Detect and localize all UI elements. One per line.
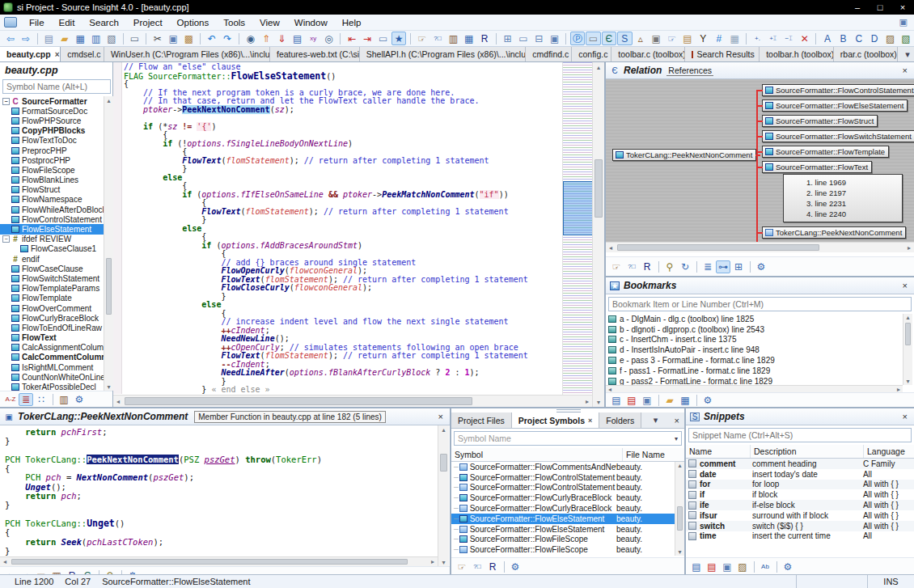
settings-gear-icon[interactable]: ⚙: [508, 561, 523, 573]
delete-bookmark-icon[interactable]: ▤: [624, 394, 639, 407]
add-bookmark-icon[interactable]: ▤: [609, 394, 624, 407]
symbol-browser-icon[interactable]: ☞: [609, 260, 624, 273]
replace-files-icon[interactable]: ⇓: [274, 32, 289, 45]
bookmarks-close-icon[interactable]: ×: [900, 281, 910, 290]
clip-window-icon[interactable]: ☞: [664, 32, 679, 45]
tab-overflow-icon[interactable]: ▾: [901, 47, 914, 61]
table-row[interactable]: ─SourceFormatter::FlowControlStatementbe…: [451, 483, 675, 493]
back-icon[interactable]: ⇦: [3, 32, 18, 45]
file-tab[interactable]: beauty.cpp×: [0, 47, 61, 61]
symbol-column-header[interactable]: Symbol: [451, 448, 623, 461]
relation-node[interactable]: SourceFormatter::FlowStruct: [762, 115, 878, 127]
snippet-filter-input[interactable]: [688, 428, 912, 442]
context-code-area[interactable]: return pchFirst;} PCH TokerCLang::PeekNe…: [5, 428, 429, 556]
symbol-tree-item[interactable]: FlowFileScope: [0, 165, 104, 175]
symbol-list-icon[interactable]: #: [712, 32, 726, 45]
symbol-tree-item[interactable]: CopyPHPBlocks: [0, 126, 104, 136]
menu-item[interactable]: Help: [335, 15, 369, 30]
tab-close-icon[interactable]: ×: [588, 417, 592, 425]
relation-mode-tab[interactable]: References: [666, 66, 713, 76]
style-c-icon[interactable]: C: [852, 32, 866, 45]
context-help-icon[interactable]: ?□: [624, 260, 639, 273]
insert-mode-indicator[interactable]: INS: [867, 575, 914, 588]
toolbar-options-icon[interactable]: ▣: [899, 17, 908, 27]
tile-windows-icon[interactable]: ⊞: [500, 32, 514, 45]
menu-item[interactable]: File: [22, 15, 52, 30]
style-b-icon[interactable]: B: [836, 32, 850, 45]
draft-view-icon[interactable]: ▭: [586, 32, 600, 45]
menu-item[interactable]: Tools: [216, 15, 252, 30]
project-tab[interactable]: Project Files: [451, 412, 512, 428]
file-tab[interactable]: toolbar.c (toolbox): [611, 47, 685, 61]
clipboard-icon[interactable]: ▤: [680, 32, 695, 45]
maximize-button[interactable]: □: [869, 0, 891, 15]
symbol-tree-item[interactable]: FlowTextToDoc: [0, 136, 104, 146]
style-a-icon[interactable]: A: [820, 32, 835, 45]
forward-icon[interactable]: ⇨: [19, 32, 33, 45]
minimize-button[interactable]: –: [846, 0, 869, 15]
bookmarks-hscrollbar[interactable]: ◂▸: [606, 385, 903, 392]
untabify-icon[interactable]: ✕: [797, 32, 811, 45]
relation-reference[interactable]: 2. line 2197: [806, 188, 902, 198]
snippet-properties-icon[interactable]: ▨: [735, 561, 750, 573]
symbol-tree-item[interactable]: IsRightMLComment: [0, 362, 104, 372]
bookmark-item[interactable]: e - pass 3 - FormatLine - format.c line …: [606, 355, 903, 366]
symbol-tree-item[interactable]: FlowCurlyBraceBlock: [0, 313, 104, 323]
menu-item[interactable]: Project: [126, 15, 170, 30]
table-row[interactable]: ifeif-else blockAll with { }: [686, 500, 914, 510]
project-tab-overflow-icon[interactable]: ▾: [648, 412, 662, 428]
snippets-close-icon[interactable]: ×: [900, 412, 910, 421]
tree-expander-icon[interactable]: −: [2, 235, 10, 243]
editor-vscrollbar[interactable]: ▴ ▾: [592, 62, 604, 407]
bookmark-filter-input[interactable]: [608, 297, 912, 311]
print-icon[interactable]: ▭: [127, 32, 142, 45]
menu-item[interactable]: Options: [170, 15, 217, 30]
bookmarks-icon[interactable]: ★: [391, 32, 406, 45]
save-copy-icon[interactable]: ▧: [104, 32, 119, 45]
new-file-icon[interactable]: ▤: [41, 32, 56, 45]
indent-right-icon[interactable]: +⌶: [766, 32, 781, 45]
code-minimap[interactable]: [562, 62, 592, 395]
symbol-tree-item[interactable]: TokerAtPossibleDecl: [0, 382, 104, 391]
symbol-tree-item[interactable]: FlowWhileAfterDoBlock: [0, 205, 104, 214]
regex-search-icon[interactable]: xy: [306, 32, 320, 45]
table-row[interactable]: ─SourceFormatter::FlowElseStatementbeaut…: [451, 524, 675, 535]
code-editor[interactable]: // Flow an "else" clauseFLAG SourceForma…: [113, 62, 604, 407]
relation-node[interactable]: SourceFormatter::FlowText: [762, 161, 872, 173]
symbol-tree-item[interactable]: PostprocPHP: [0, 155, 104, 165]
table-row[interactable]: switchswitch ($i$) { }All with { }: [686, 521, 914, 531]
macro-icon[interactable]: R: [640, 260, 654, 273]
redo-icon[interactable]: ↷: [220, 32, 235, 45]
relation-reference[interactable]: 3. line 2231: [806, 198, 902, 209]
symbol-tree-item[interactable]: FlowControlStatement: [0, 214, 104, 224]
search-icon[interactable]: ◉: [243, 32, 257, 45]
relation-reference-list[interactable]: 1. line 19692. line 21973. line 22314. l…: [783, 174, 903, 222]
language-column-header[interactable]: Language: [864, 445, 912, 458]
symbol-tree-item[interactable]: FlowSwitchStatement: [0, 273, 104, 283]
bookmark-item[interactable]: b - dlgnoti - dlgprop.c (toolbox) line 2…: [606, 324, 903, 335]
editor-code-area[interactable]: // Flow an "else" clauseFLAG SourceForma…: [124, 63, 561, 395]
new-snippet-icon[interactable]: ▤: [689, 561, 704, 573]
symbol-tree-item[interactable]: FlowCaseClause1: [0, 244, 104, 254]
symbol-name-combo[interactable]: Symbol Name ▾: [454, 431, 682, 446]
bookmark-item[interactable]: f - pass1 - FormatLine - format.c line 1…: [606, 366, 903, 376]
menu-item[interactable]: Search: [82, 15, 125, 30]
open-file-icon[interactable]: ▰: [662, 394, 677, 407]
references-icon[interactable]: ▥: [446, 32, 460, 45]
context-help-icon[interactable]: ?□: [430, 32, 445, 45]
symbol-tree-item[interactable]: FlowNamespace: [0, 195, 104, 205]
macro-icon[interactable]: R: [485, 561, 500, 573]
symbol-tree-item[interactable]: FormatSourceDoc: [0, 106, 104, 116]
relation-close-icon[interactable]: ×: [900, 66, 910, 75]
save-icon[interactable]: ▦: [73, 32, 87, 45]
relation-root-node[interactable]: TokerCLang::PeekNextNonComment: [612, 149, 756, 161]
style-props-icon[interactable]: ▨: [882, 32, 897, 45]
symbol-tree-item[interactable]: FlowCaseClause: [0, 264, 104, 273]
indent-left-icon[interactable]: −⌶: [781, 32, 796, 45]
symbol-filter-input[interactable]: [2, 79, 111, 94]
editor-hscrollbar[interactable]: ◂ ▸: [113, 395, 592, 407]
file-tab[interactable]: config.c: [572, 47, 611, 61]
rename-icon[interactable]: Ab: [758, 561, 772, 573]
snippets-window-icon[interactable]: S: [617, 32, 632, 45]
project-tab[interactable]: Folders: [599, 412, 641, 428]
